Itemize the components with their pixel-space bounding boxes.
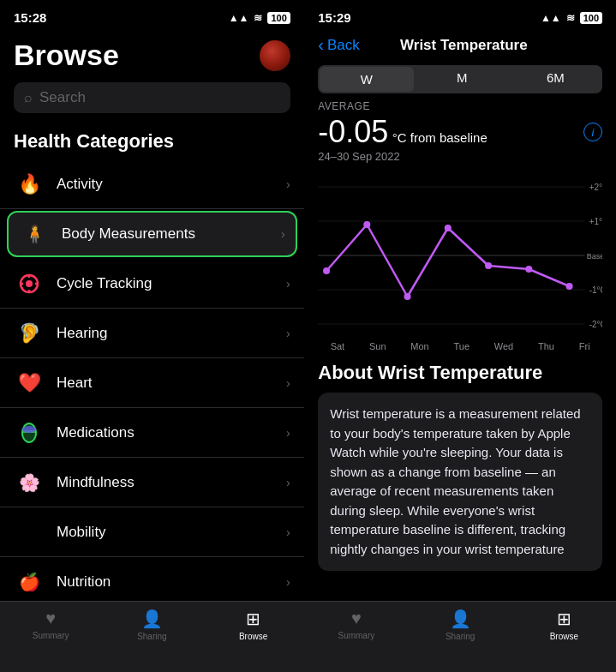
nutrition-icon: 🍎 <box>14 567 45 597</box>
category-item-nutrition[interactable]: 🍎 Nutrition › <box>0 557 304 601</box>
heart-chevron: › <box>286 376 290 390</box>
search-bar[interactable]: ⌕ Search <box>14 82 290 113</box>
dot-sat <box>323 267 330 274</box>
mindfulness-chevron: › <box>286 476 290 489</box>
avatar[interactable] <box>260 40 290 71</box>
mobility-label: Mobility <box>57 524 286 541</box>
temp-line <box>326 225 569 297</box>
category-item-cycle-tracking[interactable]: Cycle Tracking › <box>0 259 304 309</box>
category-item-mobility[interactable]: ↔️ Mobility › <box>0 507 304 557</box>
signal-icon-right: ▲▲ <box>541 12 561 24</box>
activity-chevron: › <box>286 177 290 191</box>
tab-browse-left[interactable]: ⊞ Browse <box>203 609 304 641</box>
category-item-hearing[interactable]: 🦻 Hearing › <box>0 309 304 358</box>
tab-summary-right[interactable]: ♥ Summary <box>304 609 408 640</box>
search-placeholder: Search <box>39 89 86 106</box>
hearing-icon: 🦻 <box>14 318 45 349</box>
sharing-icon-left: 👤 <box>141 609 163 629</box>
chart-svg: +2°C +1°C Baseline -1°C -2°C <box>318 170 602 341</box>
cycle-tracking-chevron: › <box>286 277 290 291</box>
left-panel: 15:28 ▲▲ ≋ 100 Browse ⌕ Search Health Ca… <box>0 0 304 672</box>
category-item-body-measurements[interactable]: 🧍 Body Measurements › <box>7 211 297 257</box>
x-label-thu: Thu <box>538 341 554 351</box>
category-item-activity[interactable]: 🔥 Activity › <box>0 159 304 209</box>
category-item-mindfulness[interactable]: 🌸 Mindfulness › <box>0 458 304 507</box>
tab-sharing-left[interactable]: 👤 Sharing <box>101 609 202 641</box>
tab-browse-right[interactable]: ⊞ Browse <box>512 609 616 641</box>
temp-value-row: -0.05 °C from baseline i <box>318 114 602 150</box>
cycle-tracking-label: Cycle Tracking <box>57 275 286 292</box>
battery-icon: 100 <box>267 12 290 24</box>
info-icon[interactable]: i <box>583 123 602 141</box>
dot-fri <box>566 283 573 290</box>
cycle-tracking-icon <box>14 268 45 299</box>
body-measurements-chevron: › <box>281 227 285 241</box>
health-categories-header: Health Categories <box>0 120 304 159</box>
heart-label: Heart <box>57 375 286 392</box>
x-axis-labels: Sat Sun Mon Tue Wed Thu Fri <box>318 341 602 351</box>
x-label-wed: Wed <box>494 341 513 351</box>
category-item-heart[interactable]: ❤️ Heart › <box>0 358 304 408</box>
tab-bar-left: ♥ Summary 👤 Sharing ⊞ Browse <box>0 601 304 672</box>
x-label-sat: Sat <box>331 341 345 351</box>
summary-label-left: Summary <box>33 631 69 640</box>
summary-icon-left: ♥ <box>45 609 56 628</box>
about-section: About Wrist Temperature Wrist temperatur… <box>304 351 616 578</box>
nutrition-chevron: › <box>286 575 290 589</box>
sharing-label-right: Sharing <box>446 632 475 641</box>
chart-container: +2°C +1°C Baseline -1°C -2°C <box>318 170 602 341</box>
date-range: 24–30 Sep 2022 <box>318 150 602 163</box>
right-panel: 15:29 ▲▲ ≋ 100 ‹ Back Wrist Temperature … <box>304 0 616 672</box>
dot-sun <box>364 221 371 228</box>
tab-sharing-right[interactable]: 👤 Sharing <box>409 609 512 641</box>
status-bar-right: 15:29 ▲▲ ≋ 100 <box>304 0 616 32</box>
tab-bar-right: ♥ Summary 👤 Sharing ⊞ Browse <box>304 601 616 672</box>
status-icons-left: ▲▲ ≋ 100 <box>229 12 290 24</box>
summary-icon-right: ♥ <box>351 609 362 628</box>
hearing-chevron: › <box>286 327 290 340</box>
period-tab-m[interactable]: M <box>416 65 509 93</box>
time-right: 15:29 <box>318 10 350 25</box>
browse-label-left: Browse <box>239 632 267 641</box>
back-button[interactable]: ‹ Back <box>318 35 359 55</box>
time-left: 15:28 <box>14 10 46 25</box>
browse-title: Browse <box>14 39 119 72</box>
browse-label-right: Browse <box>550 632 578 641</box>
medications-chevron: › <box>286 426 290 440</box>
summary-label-right: Summary <box>338 631 374 640</box>
dot-tue <box>445 225 452 231</box>
sharing-label-left: Sharing <box>137 632 166 641</box>
nutrition-label: Nutrition <box>57 573 286 591</box>
svg-point-9 <box>22 426 36 433</box>
medications-label: Medications <box>57 424 286 441</box>
back-chevron-icon: ‹ <box>318 35 324 55</box>
mindfulness-label: Mindfulness <box>57 474 286 491</box>
x-label-sun: Sun <box>369 341 386 351</box>
mobility-icon: ↔️ <box>14 517 45 548</box>
period-tab-6m[interactable]: 6M <box>509 65 602 93</box>
temp-display: -0.05 °C from baseline <box>318 114 487 150</box>
y-label-1c: +1°C <box>589 217 602 226</box>
dot-wed <box>485 262 492 269</box>
period-tab-w[interactable]: W <box>320 67 413 92</box>
activity-label: Activity <box>57 176 286 193</box>
chart-section: AVERAGE -0.05 °C from baseline i 24–30 S… <box>304 100 616 351</box>
heart-icon: ❤️ <box>14 368 45 399</box>
body-measurements-label: Body Measurements <box>62 225 281 243</box>
tab-summary-left[interactable]: ♥ Summary <box>0 609 101 640</box>
average-label: AVERAGE <box>318 100 602 112</box>
y-label-neg1c: -1°C <box>589 285 602 295</box>
about-title: About Wrist Temperature <box>318 362 602 384</box>
category-item-medications[interactable]: Medications › <box>0 408 304 458</box>
hearing-label: Hearing <box>57 325 286 342</box>
search-icon: ⌕ <box>24 90 33 105</box>
x-label-fri: Fri <box>579 341 590 351</box>
wifi-icon-right: ≋ <box>566 12 575 24</box>
body-measurements-icon: 🧍 <box>19 219 50 249</box>
category-list: 🔥 Activity › 🧍 Body Measurements › <box>0 159 304 601</box>
svg-point-1 <box>26 280 33 287</box>
y-label-2c: +2°C <box>589 183 602 192</box>
dot-thu <box>526 266 533 273</box>
wifi-icon: ≋ <box>254 12 262 24</box>
browse-icon-right: ⊞ <box>557 609 571 629</box>
